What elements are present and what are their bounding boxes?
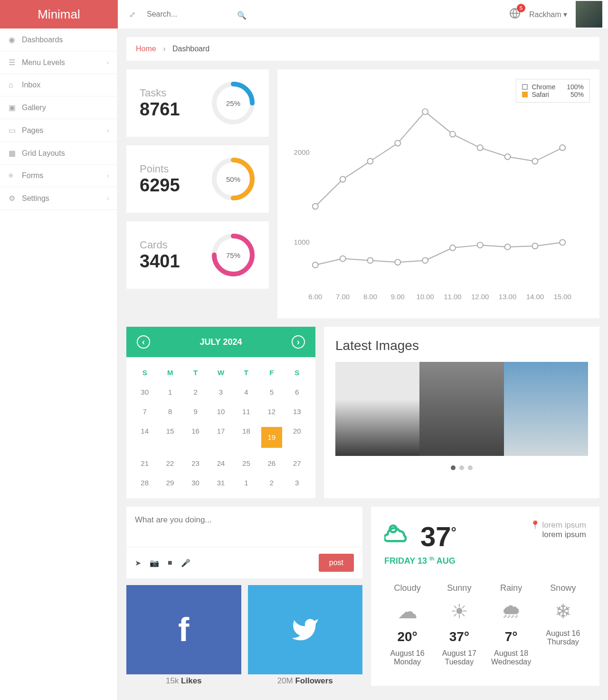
stat-label: Cards bbox=[140, 239, 180, 251]
breadcrumb: Home › Dashboard bbox=[126, 37, 599, 61]
calendar-cell[interactable]: 23 bbox=[183, 454, 208, 473]
svg-point-24 bbox=[450, 132, 456, 137]
calendar-widget: ‹ JULY 2024 › SMTWTFS3012345678910111213… bbox=[126, 327, 315, 498]
calendar-cell[interactable]: 19 bbox=[259, 421, 284, 454]
calendar-cell[interactable]: 29 bbox=[157, 473, 182, 492]
svg-point-28 bbox=[560, 145, 565, 151]
gallery-image[interactable] bbox=[504, 362, 588, 456]
svg-point-32 bbox=[395, 259, 400, 265]
calendar-cell[interactable]: 20 bbox=[285, 421, 310, 454]
search-input[interactable] bbox=[147, 6, 242, 22]
svg-point-29 bbox=[313, 262, 318, 268]
calendar-cell[interactable]: 14 bbox=[132, 421, 157, 454]
calendar-cell[interactable]: 13 bbox=[285, 402, 310, 421]
sidebar-item-pages[interactable]: ▭Pages‹ bbox=[0, 119, 117, 142]
stat-card-points: Points6295 50% bbox=[126, 145, 269, 213]
calendar-cell[interactable]: 27 bbox=[285, 454, 310, 473]
camera-icon[interactable]: 📷 bbox=[150, 558, 159, 568]
calendar-cell[interactable]: 30 bbox=[132, 382, 157, 402]
calendar-cell[interactable]: 1 bbox=[157, 382, 182, 402]
sidebar-item-label: Grid Layouts bbox=[22, 149, 65, 158]
svg-point-31 bbox=[367, 257, 373, 263]
svg-text:8.00: 8.00 bbox=[363, 293, 377, 301]
video-icon[interactable]: ■ bbox=[168, 558, 172, 567]
calendar-day-header: M bbox=[157, 363, 182, 382]
sidebar-item-label: Menu Levels bbox=[22, 58, 65, 67]
calendar-cell[interactable]: 10 bbox=[208, 402, 233, 421]
expand-icon[interactable]: ⤢ bbox=[129, 10, 135, 19]
sidebar-item-settings[interactable]: ⚙Settings‹ bbox=[0, 187, 117, 210]
calendar-cell[interactable]: 5 bbox=[259, 382, 284, 402]
post-textarea[interactable] bbox=[126, 507, 362, 545]
calendar-cell[interactable]: 16 bbox=[183, 421, 208, 454]
chevron-left-icon: ‹ bbox=[107, 59, 109, 66]
calendar-cell[interactable]: 9 bbox=[183, 402, 208, 421]
svg-text:13.00: 13.00 bbox=[499, 293, 516, 301]
calendar-cell[interactable]: 30 bbox=[183, 473, 208, 492]
chevron-left-icon: ‹ bbox=[107, 195, 109, 202]
images-title: Latest Images bbox=[335, 338, 588, 353]
sidebar-item-grid-layouts[interactable]: ▦Grid Layouts bbox=[0, 142, 117, 165]
sidebar-item-label: Pages bbox=[22, 126, 43, 135]
calendar-cell[interactable]: 18 bbox=[234, 421, 259, 454]
donut-chart: 25% bbox=[211, 81, 256, 125]
gallery-image[interactable] bbox=[335, 362, 419, 456]
calendar-cell[interactable]: 26 bbox=[259, 454, 284, 473]
calendar-cell[interactable]: 11 bbox=[234, 402, 259, 421]
breadcrumb-home[interactable]: Home bbox=[136, 45, 156, 53]
svg-text:2000: 2000 bbox=[294, 148, 310, 156]
dashboard-icon: ◉ bbox=[9, 35, 22, 44]
mic-icon[interactable]: 🎤 bbox=[181, 558, 190, 568]
svg-text:1000: 1000 bbox=[294, 238, 310, 246]
calendar-cell[interactable]: 17 bbox=[208, 421, 233, 454]
sidebar-item-inbox[interactable]: ⌂Inbox bbox=[0, 74, 117, 96]
calendar-cell[interactable]: 6 bbox=[285, 382, 310, 402]
calendar-cell[interactable]: 21 bbox=[132, 454, 157, 473]
chevron-right-icon: › bbox=[163, 45, 165, 53]
calendar-cell[interactable]: 24 bbox=[208, 454, 233, 473]
twitter-tile[interactable] bbox=[248, 585, 363, 674]
notifications-icon[interactable]: 5 bbox=[509, 8, 521, 21]
weather-icon bbox=[384, 520, 411, 553]
menu-icon: ☰ bbox=[9, 58, 22, 67]
calendar-cell[interactable]: 8 bbox=[157, 402, 182, 421]
calendar-cell[interactable]: 4 bbox=[234, 382, 259, 402]
calendar-cell[interactable]: 28 bbox=[132, 473, 157, 492]
carousel-dots[interactable] bbox=[335, 464, 588, 472]
post-composer: ➤ 📷 ■ 🎤 post bbox=[126, 507, 362, 578]
sidebar-item-dashboards[interactable]: ◉Dashboards bbox=[0, 28, 117, 51]
calendar-cell[interactable]: 31 bbox=[208, 473, 233, 492]
calendar-prev-button[interactable]: ‹ bbox=[137, 335, 150, 349]
brand-logo[interactable]: Minimal bbox=[0, 0, 118, 28]
svg-point-34 bbox=[450, 245, 456, 251]
latest-images-card: Latest Images bbox=[324, 327, 599, 498]
search-icon[interactable]: 🔍 bbox=[237, 11, 247, 20]
calendar-cell[interactable]: 2 bbox=[259, 473, 284, 492]
calendar-cell[interactable]: 7 bbox=[132, 402, 157, 421]
svg-point-35 bbox=[477, 242, 483, 248]
sidebar-item-label: Forms bbox=[22, 171, 43, 180]
calendar-cell[interactable]: 2 bbox=[183, 382, 208, 402]
avatar[interactable] bbox=[576, 1, 602, 28]
sidebar-item-forms[interactable]: ≡Forms‹ bbox=[0, 165, 117, 187]
gallery-image[interactable] bbox=[419, 362, 504, 456]
facebook-tile[interactable]: f bbox=[126, 585, 241, 674]
calendar-cell[interactable]: 22 bbox=[157, 454, 182, 473]
calendar-cell[interactable]: 25 bbox=[234, 454, 259, 473]
svg-point-30 bbox=[340, 256, 346, 262]
calendar-cell[interactable]: 1 bbox=[234, 473, 259, 492]
user-menu[interactable]: Rackham ▾ bbox=[529, 10, 567, 19]
calendar-cell[interactable]: 12 bbox=[259, 402, 284, 421]
calendar-next-button[interactable]: › bbox=[292, 335, 305, 349]
location-icon[interactable]: ➤ bbox=[135, 558, 141, 568]
calendar-cell[interactable]: 3 bbox=[208, 382, 233, 402]
sidebar-item-gallery[interactable]: ▣Gallery bbox=[0, 96, 117, 119]
sidebar-item-menu-levels[interactable]: ☰Menu Levels‹ bbox=[0, 51, 117, 74]
calendar-cell[interactable]: 15 bbox=[157, 421, 182, 454]
sidebar-item-label: Dashboards bbox=[22, 36, 63, 44]
weather-rainy-icon: 🌧 bbox=[488, 598, 534, 624]
post-button[interactable]: post bbox=[319, 554, 354, 572]
calendar-cell[interactable]: 3 bbox=[285, 473, 310, 492]
sidebar-item-label: Gallery bbox=[22, 104, 46, 112]
chevron-left-icon: ‹ bbox=[107, 127, 109, 134]
